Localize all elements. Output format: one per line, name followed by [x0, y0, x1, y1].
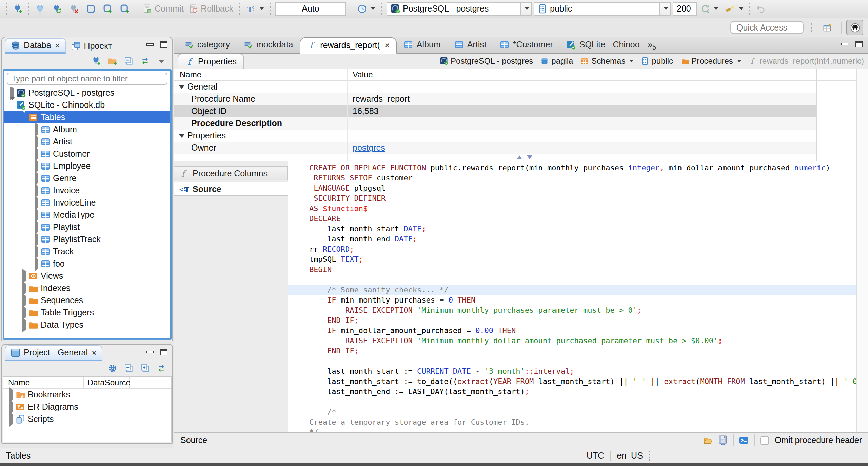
- expand-all-button[interactable]: [139, 363, 151, 374]
- sql-editor-button[interactable]: [85, 3, 97, 14]
- tab-database-navigator[interactable]: Databa ×: [5, 38, 66, 54]
- expand-arrow-icon[interactable]: [22, 113, 28, 122]
- tree-item-views[interactable]: Views: [4, 270, 170, 282]
- expand-arrow-icon[interactable]: [9, 414, 16, 424]
- editor-tab-album[interactable]: Album: [397, 37, 448, 53]
- tree-item-mediatype[interactable]: MediaType: [4, 209, 170, 221]
- collapse-down-icon[interactable]: [527, 155, 532, 159]
- open-perspective-button[interactable]: [819, 20, 836, 35]
- tree-item-data-types[interactable]: Data Types: [4, 319, 170, 331]
- expand-arrow-icon[interactable]: [34, 174, 41, 183]
- vertical-scrollbar[interactable]: [856, 69, 868, 432]
- properties-splitter[interactable]: [174, 154, 868, 161]
- link-editor-button[interactable]: [139, 56, 151, 66]
- expand-arrow-icon[interactable]: [9, 88, 16, 98]
- expand-arrow-icon[interactable]: [34, 247, 41, 256]
- editor-tab-sqlite-chinoo[interactable]: SQLite - Chinoo: [560, 37, 647, 53]
- minimize-icon[interactable]: [146, 351, 154, 353]
- tab-properties[interactable]: f Properties: [178, 54, 244, 69]
- tree-item-invoiceline[interactable]: InvoiceLine: [4, 197, 170, 209]
- property-value[interactable]: postgres: [347, 143, 385, 153]
- maximize-icon[interactable]: [160, 41, 167, 48]
- tree-item-track[interactable]: Track: [4, 246, 170, 258]
- status-locale[interactable]: en_US: [617, 451, 643, 461]
- project-item-er-diagrams[interactable]: ER Diagrams: [3, 401, 171, 413]
- tree-item-invoice[interactable]: Invoice: [4, 185, 170, 197]
- expand-arrow-icon[interactable]: [34, 198, 41, 208]
- commit-button[interactable]: Commit: [141, 3, 185, 14]
- editor-tab-artist[interactable]: Artist: [448, 37, 493, 53]
- fetch-size-input[interactable]: [673, 2, 697, 16]
- expand-arrow-icon[interactable]: [34, 259, 41, 269]
- expand-arrow-icon[interactable]: [22, 320, 28, 330]
- active-connection-select[interactable]: PostgreSQL - postgres: [387, 2, 532, 16]
- breadcrumb-item-schemas[interactable]: Schemas: [580, 56, 633, 66]
- quick-access-input[interactable]: [730, 21, 804, 34]
- expand-arrow-icon[interactable]: [22, 284, 28, 293]
- undo-button[interactable]: [755, 3, 767, 14]
- maximize-icon[interactable]: [160, 349, 167, 355]
- expand-arrow-icon[interactable]: [34, 161, 41, 171]
- breadcrumb-item-postgresql-postgres[interactable]: PostgreSQL - postgres: [440, 56, 533, 66]
- open-file-icon[interactable]: [704, 435, 713, 445]
- close-icon[interactable]: ×: [55, 41, 60, 50]
- project-item-scripts[interactable]: Scripts: [3, 413, 171, 425]
- close-icon[interactable]: ×: [92, 349, 96, 357]
- disconnect-button[interactable]: [68, 3, 80, 14]
- property-row-properties[interactable]: Properties: [174, 130, 816, 142]
- tree-item-artist[interactable]: Artist: [4, 136, 170, 148]
- transaction-log-button[interactable]: T: [245, 3, 265, 14]
- tree-item-tables[interactable]: Tables: [4, 111, 170, 123]
- source-code-editor[interactable]: CREATE OR REPLACE FUNCTION public.reward…: [288, 161, 868, 432]
- tab-projects[interactable]: Проект: [66, 38, 117, 54]
- editor-tab-category[interactable]: category: [178, 37, 237, 53]
- schema-dropdown-button[interactable]: [659, 3, 670, 15]
- expand-arrow-icon[interactable]: [34, 222, 41, 232]
- property-row-general[interactable]: General: [174, 81, 816, 93]
- breadcrumb-item-procedures[interactable]: Procedures: [680, 56, 741, 66]
- connection-new-button[interactable]: [90, 56, 102, 66]
- maximize-icon[interactable]: [855, 41, 863, 47]
- rollback-button[interactable]: Rollback: [187, 3, 235, 14]
- tree-item-foo[interactable]: foo: [4, 258, 170, 270]
- query-history-button[interactable]: [356, 3, 376, 14]
- active-schema-select[interactable]: public: [534, 2, 671, 16]
- tree-item-playlist[interactable]: Playlist: [4, 221, 170, 233]
- folder-new-button[interactable]: [106, 56, 119, 66]
- tree-item-album[interactable]: Album: [4, 123, 170, 136]
- property-row-object-id[interactable]: Object ID16,583: [174, 105, 816, 117]
- tree-item-sequences[interactable]: Sequences: [4, 294, 170, 307]
- tab-overflow-button[interactable]: »5: [647, 40, 660, 53]
- collapse-up-icon[interactable]: [517, 155, 522, 159]
- collapse-all-button[interactable]: [123, 363, 135, 374]
- tree-item-genre[interactable]: Genre: [4, 172, 170, 185]
- property-row-procedure-name[interactable]: Procedure Namerewards_report: [174, 93, 816, 105]
- tree-item-indexes[interactable]: Indexes: [4, 282, 170, 294]
- minimize-icon[interactable]: [146, 43, 154, 46]
- expand-arrow-icon[interactable]: [34, 235, 41, 244]
- sql-editor-new-button[interactable]: [102, 3, 114, 14]
- expand-arrow-icon[interactable]: [9, 100, 16, 110]
- editor-tab-rewards-report-[interactable]: frewards_report(×: [300, 37, 397, 54]
- subtab-procedure-columns[interactable]: fProcedure Columns: [174, 166, 288, 180]
- tree-item-employee[interactable]: Employee: [4, 160, 170, 172]
- save-to-file-icon[interactable]: [718, 435, 728, 445]
- link-editor-button[interactable]: [155, 363, 167, 374]
- connection-new-button[interactable]: [12, 3, 24, 14]
- search-metadata-button[interactable]: [724, 3, 745, 14]
- settings-button[interactable]: [106, 363, 119, 374]
- property-row-owner[interactable]: Ownerpostgres: [174, 142, 816, 154]
- property-row-procedure-description[interactable]: Procedure Description: [174, 117, 816, 130]
- project-item-bookmarks[interactable]: Bookmarks: [3, 389, 171, 401]
- editor-tab-mockdata[interactable]: mockdata: [237, 37, 300, 53]
- expand-arrow-icon[interactable]: [9, 402, 16, 412]
- expand-arrow-icon[interactable]: [34, 137, 41, 147]
- tree-item-sqlite-chinook-db[interactable]: SQLite - Chinook.db: [4, 99, 170, 111]
- column-name[interactable]: Name: [174, 70, 347, 79]
- breadcrumb-item-public[interactable]: public: [641, 56, 673, 66]
- status-timezone[interactable]: UTC: [587, 451, 604, 461]
- expand-arrow-icon[interactable]: [9, 390, 16, 400]
- close-icon[interactable]: ×: [385, 41, 390, 50]
- expand-arrow-icon[interactable]: [22, 308, 28, 317]
- column-value[interactable]: Value: [347, 70, 373, 79]
